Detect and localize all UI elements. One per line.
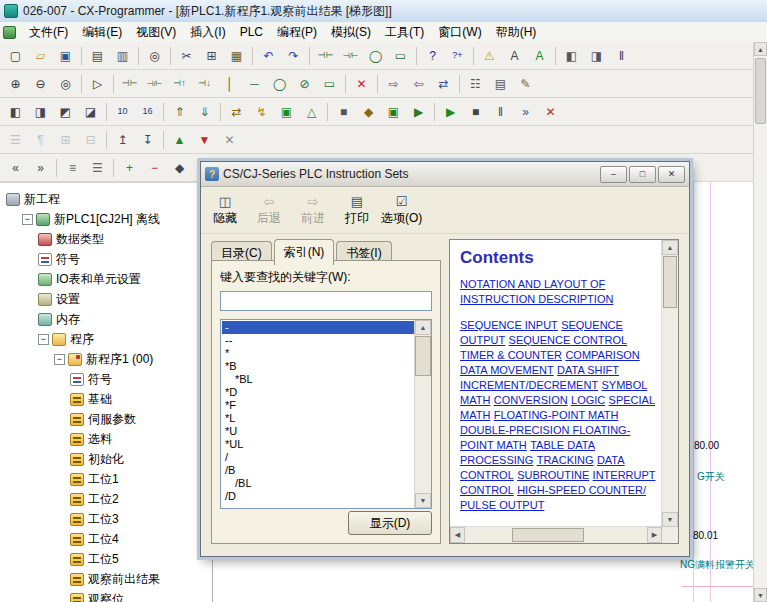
comment-list-icon[interactable]: » — [29, 157, 52, 179]
menu-item[interactable]: 模拟(S) — [324, 23, 378, 41]
keyword-list-item[interactable]: *F — [222, 399, 414, 412]
maximize-button[interactable]: □ — [629, 166, 656, 183]
save-icon[interactable]: ▣ — [54, 45, 77, 67]
tree-item[interactable]: −新PLC1[CJ2H] 离线 — [0, 209, 212, 229]
tree-item[interactable]: 工位4 — [0, 529, 212, 549]
close-button[interactable]: ✕ — [658, 166, 685, 183]
open-file-icon[interactable]: ▱ — [29, 45, 52, 67]
sim-run-icon[interactable]: ▶ — [439, 101, 462, 123]
contents-link[interactable]: SEQUENCE INPUT — [460, 319, 558, 331]
contents-vertical-scrollbar[interactable]: ▲ ▼ — [661, 240, 678, 527]
contents-link[interactable]: TIMER & COUNTER — [460, 349, 562, 361]
print-button[interactable]: ▤打印 — [337, 190, 377, 230]
vertical-line-icon[interactable]: │ — [218, 73, 241, 95]
tree-item[interactable]: 符号 — [0, 369, 212, 389]
decimal-monitor-icon[interactable]: 10 — [111, 101, 134, 123]
contents-link[interactable]: SUBROUTINE — [517, 469, 589, 481]
align-left-icon[interactable]: ≡ — [61, 157, 84, 179]
scroll-thumb[interactable] — [512, 528, 584, 542]
transfer-to-plc-icon[interactable]: ⇨ — [382, 73, 405, 95]
contents-link[interactable]: DATA SHIFT — [557, 364, 619, 376]
delete-row-icon[interactable]: − — [143, 157, 166, 179]
options-button[interactable]: ☑选项(O) — [381, 190, 422, 230]
contents-link[interactable]: CONVERSION — [494, 394, 568, 406]
editor-vertical-scrollbar[interactable]: ▲ ▼ — [753, 42, 767, 602]
keyword-list-item[interactable]: - — [222, 321, 414, 334]
tree-item[interactable]: 工位2 — [0, 489, 212, 509]
menu-item[interactable]: 文件(F) — [22, 23, 75, 41]
menu-item[interactable]: 插入(I) — [183, 23, 232, 41]
transfer-from-plc-icon[interactable]: ⇦ — [407, 73, 430, 95]
tree-item[interactable]: 观察前出结果 — [0, 569, 212, 589]
menu-item[interactable]: 帮助(H) — [489, 23, 544, 41]
hide-button[interactable]: ◫隐藏 — [205, 190, 245, 230]
tile-windows-icon[interactable]: ◨ — [585, 45, 608, 67]
contents-horizontal-scrollbar[interactable]: ◀ ▶ — [450, 526, 662, 543]
horizontal-line-icon[interactable]: ─ — [243, 73, 266, 95]
print-icon[interactable]: ▤ — [86, 45, 109, 67]
scroll-left-icon[interactable]: ◀ — [450, 527, 465, 543]
sim-step-icon[interactable]: » — [514, 101, 537, 123]
address-reference-icon[interactable]: « — [4, 157, 27, 179]
scroll-thumb[interactable] — [663, 256, 677, 308]
contents-link[interactable]: FLOATING-POINT MATH — [494, 409, 619, 421]
scroll-down-icon[interactable]: ▼ — [662, 512, 678, 527]
tree-item[interactable]: 选料 — [0, 429, 212, 449]
monitor-value-icon[interactable]: A — [528, 45, 551, 67]
or-closed-contact-icon[interactable]: ⊣↓ — [193, 73, 216, 95]
menu-item[interactable]: PLC — [233, 23, 270, 41]
closed-coil-icon[interactable]: ⊘ — [293, 73, 316, 95]
force-reset-icon[interactable]: ▼ — [193, 129, 216, 151]
keyword-list-item[interactable]: *D — [222, 386, 414, 399]
insert-rung-below-icon[interactable]: ⊟ — [79, 129, 102, 151]
sim-pause-icon[interactable]: ‖ — [489, 101, 512, 123]
hex-monitor-icon[interactable]: 16 — [136, 101, 159, 123]
tree-item[interactable]: 观察位 — [0, 589, 212, 602]
contents-link[interactable]: TRACKING — [537, 454, 594, 466]
scroll-up-icon[interactable]: ▲ — [415, 320, 431, 335]
zoom-out-icon[interactable]: ⊖ — [29, 73, 52, 95]
watch-window-icon[interactable]: ◩ — [54, 101, 77, 123]
edit-comment-icon[interactable]: ✎ — [514, 73, 537, 95]
menu-item[interactable]: 编辑(E) — [75, 23, 129, 41]
monitor-toggle-icon[interactable]: ▣ — [275, 101, 298, 123]
display-button[interactable]: 显示(D) — [348, 511, 432, 535]
new-instruction-icon[interactable]: ▭ — [389, 45, 412, 67]
tree-item[interactable]: 符号 — [0, 249, 212, 269]
closed-contact-icon[interactable]: ⊣/⊢ — [143, 73, 166, 95]
compare-with-plc-icon[interactable]: ⇄ — [432, 73, 455, 95]
tree-item[interactable]: 伺服参数 — [0, 409, 212, 429]
contents-link[interactable]: INCREMENT/DECREMENT — [460, 379, 598, 391]
keyword-list-item[interactable]: *UL — [222, 438, 414, 451]
debug-mode-icon[interactable]: ◆ — [357, 101, 380, 123]
dialog-tab[interactable]: 索引(N) — [274, 239, 335, 265]
paste-icon[interactable]: ▦ — [225, 45, 248, 67]
new-contact-icon[interactable]: ⊣⊢ — [314, 45, 337, 67]
move-rung-down-icon[interactable]: ↧ — [136, 129, 159, 151]
undo-icon[interactable]: ↶ — [257, 45, 280, 67]
contents-link[interactable]: COMPARISON — [565, 349, 639, 361]
output-window-icon[interactable]: ◨ — [29, 101, 52, 123]
print-preview-icon[interactable]: ▥ — [111, 45, 134, 67]
insert-rung-above-icon[interactable]: ⊞ — [54, 129, 77, 151]
warning-icon[interactable]: ⚠ — [478, 45, 501, 67]
pause-icon[interactable]: ‖ — [610, 45, 633, 67]
coil-icon[interactable]: ◯ — [268, 73, 291, 95]
cut-icon[interactable]: ✂ — [175, 45, 198, 67]
delete-icon[interactable]: ✕ — [350, 73, 373, 95]
grid-icon[interactable]: ☷ — [464, 73, 487, 95]
auto-online-icon[interactable]: ↯ — [250, 101, 273, 123]
keyword-list-item[interactable]: *L — [222, 412, 414, 425]
force-set-icon[interactable]: ▲ — [168, 129, 191, 151]
tree-item[interactable]: 设置 — [0, 289, 212, 309]
tree-expander-icon[interactable]: − — [22, 214, 33, 225]
cascade-windows-icon[interactable]: ◧ — [560, 45, 583, 67]
scroll-right-icon[interactable]: ▶ — [647, 527, 662, 543]
tree-item[interactable]: 数据类型 — [0, 229, 212, 249]
scroll-thumb[interactable] — [415, 336, 431, 376]
help-icon[interactable]: ? — [421, 45, 444, 67]
new-file-icon[interactable]: ▢ — [4, 45, 27, 67]
align-all-icon[interactable]: ☰ — [86, 157, 109, 179]
scroll-up-icon[interactable]: ▲ — [662, 240, 678, 255]
menu-item[interactable]: 编程(P) — [270, 23, 324, 41]
